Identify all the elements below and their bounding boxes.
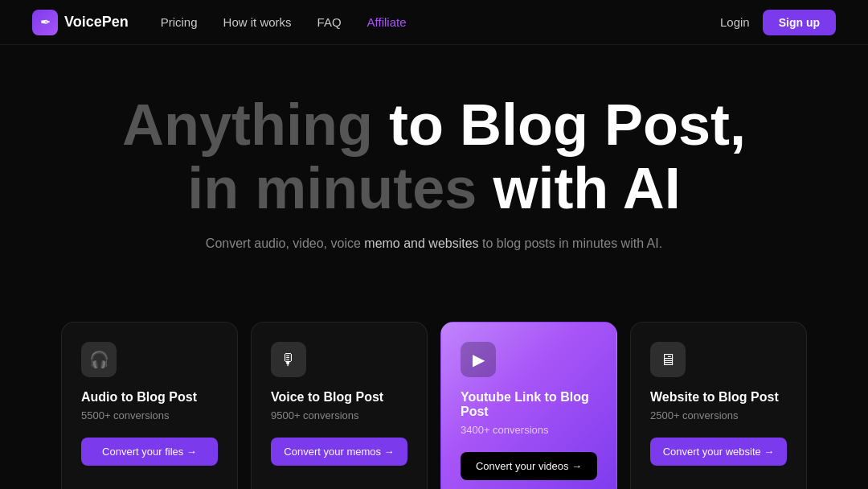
card-youtube-title: Youtube Link to Blog Post (461, 390, 597, 419)
hero-title-to-blog-post: to Blog Post, (389, 92, 746, 157)
nav-how-it-works[interactable]: How it works (223, 15, 292, 29)
nav-affiliate[interactable]: Affiliate (367, 15, 407, 29)
card-youtube-btn[interactable]: Convert your videos → (461, 452, 597, 480)
website-icon: 🖥 (650, 342, 686, 377)
card-audio-btn[interactable]: Convert your files → (81, 438, 218, 466)
signup-button[interactable]: Sign up (763, 10, 836, 35)
hero-title-anything: Anything (122, 92, 389, 157)
nav-links: Pricing How it works FAQ Affiliate (161, 15, 720, 29)
card-youtube: ▶ Youtube Link to Blog Post 3400+ conver… (440, 322, 617, 489)
card-website-btn[interactable]: Convert your website → (650, 438, 787, 466)
card-audio-title: Audio to Blog Post (81, 390, 218, 405)
hero-title: Anything to Blog Post, in minutes with A… (32, 93, 836, 220)
card-youtube-count: 3400+ conversions (461, 424, 597, 436)
hero-title-in-minutes: in minutes (187, 156, 493, 220)
nav-faq[interactable]: FAQ (317, 15, 342, 29)
card-website-count: 2500+ conversions (650, 409, 787, 421)
card-voice-btn[interactable]: Convert your memos → (271, 438, 407, 466)
hero-section: Anything to Blog Post, in minutes with A… (0, 45, 868, 322)
card-audio: 🎧 Audio to Blog Post 5500+ conversions C… (61, 322, 238, 489)
logo[interactable]: ✒ VoicePen (32, 10, 129, 35)
card-voice: 🎙 Voice to Blog Post 9500+ conversions C… (251, 322, 428, 489)
nav-actions: Login Sign up (720, 10, 836, 35)
card-voice-count: 9500+ conversions (271, 409, 407, 421)
nav-pricing[interactable]: Pricing (161, 15, 198, 29)
card-website: 🖥 Website to Blog Post 2500+ conversions… (630, 322, 807, 489)
logo-text: VoicePen (64, 14, 129, 31)
navbar: ✒ VoicePen Pricing How it works FAQ Affi… (0, 0, 868, 45)
login-button[interactable]: Login (720, 15, 750, 29)
hero-subtitle: Convert audio, video, voice memo and web… (32, 236, 836, 251)
hero-title-with-ai: with AI (493, 156, 680, 220)
card-website-title: Website to Blog Post (650, 390, 787, 405)
card-voice-title: Voice to Blog Post (271, 390, 407, 405)
voice-icon: 🎙 (271, 342, 306, 377)
logo-icon: ✒ (32, 10, 58, 35)
card-audio-count: 5500+ conversions (81, 409, 218, 421)
cards-grid: 🎧 Audio to Blog Post 5500+ conversions C… (0, 322, 868, 489)
audio-icon: 🎧 (81, 342, 117, 377)
youtube-icon: ▶ (461, 342, 496, 377)
